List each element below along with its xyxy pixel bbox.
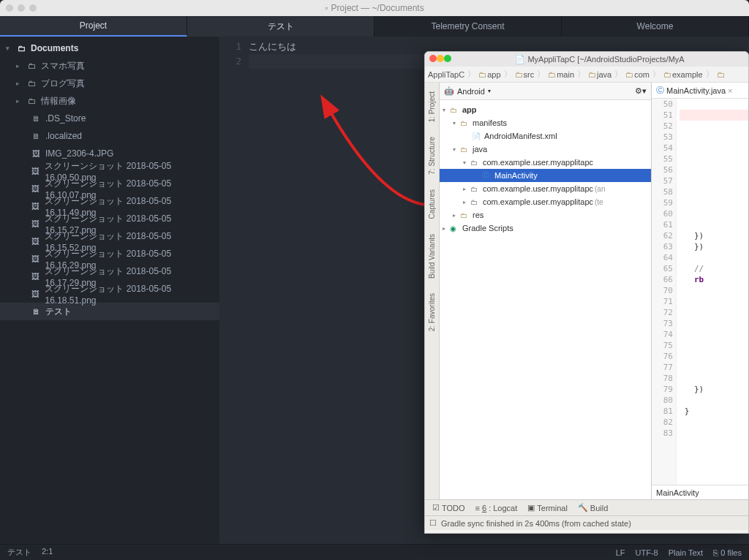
todo-icon: ☑ bbox=[432, 503, 440, 512]
file-icon: 🗎 bbox=[29, 307, 42, 316]
folder-icon: 🗀 bbox=[588, 70, 596, 79]
tab-test[interactable]: テスト bbox=[187, 16, 374, 37]
android-icon: 🤖 bbox=[444, 86, 454, 96]
tree-folder[interactable]: ▸🗀情報画像 bbox=[0, 92, 219, 110]
image-icon: 🖼 bbox=[29, 184, 42, 193]
gradle-icon: ◉ bbox=[450, 224, 460, 232]
tree-main-activity[interactable]: ⒸMainActivity bbox=[440, 169, 651, 182]
status-filename[interactable]: テスト bbox=[7, 547, 31, 558]
tree-package[interactable]: ▸🗀com.example.user.myapplitapc(an bbox=[440, 182, 651, 195]
dropdown-icon[interactable]: ▾ bbox=[488, 88, 491, 94]
class-icon: Ⓒ bbox=[656, 85, 664, 96]
tree-res[interactable]: ▸🗀res bbox=[440, 208, 651, 222]
folder-icon: 🗀 bbox=[460, 211, 470, 219]
view-mode[interactable]: Android bbox=[457, 87, 485, 96]
tab-telemetry[interactable]: Telemetry Consent bbox=[374, 16, 562, 37]
status-cursor[interactable]: 2:1 bbox=[42, 547, 53, 558]
tree-package[interactable]: ▾🗀com.example.user.myapplitapc bbox=[440, 156, 651, 169]
bottom-tool-tabs[interactable]: ☑TODO ≡6: Logcat ▣Terminal 🔨Build bbox=[425, 499, 748, 515]
folder-icon: 🗀 bbox=[478, 70, 486, 79]
tab-welcome[interactable]: Welcome bbox=[562, 16, 749, 37]
left-tool-tabs[interactable]: 1: Project 7: Structure Captures Build V… bbox=[425, 83, 440, 499]
chevron-right-icon: ▸ bbox=[16, 62, 23, 69]
project-tree[interactable]: ▾🗀app ▾🗀manifests 📄AndroidManifest.xml ▾… bbox=[440, 100, 651, 499]
status-icon: ☐ bbox=[429, 518, 437, 528]
status-grammar[interactable]: Plain Text bbox=[669, 548, 704, 557]
folder-icon: 🗀 bbox=[717, 70, 725, 79]
xml-icon: 📄 bbox=[472, 132, 482, 140]
as-gutter: 50 51 52 53 54 55 56 57 58 59 60 61 62 6… bbox=[652, 99, 677, 485]
folder-icon: 🗀 bbox=[25, 61, 38, 70]
as-code-lines[interactable]: }) }) // rb }) } bbox=[677, 99, 748, 485]
tree-header[interactable]: 🤖 Android ▾ ⚙▾ bbox=[440, 83, 651, 100]
folder-icon: 🗀 bbox=[663, 70, 671, 79]
project-sidebar[interactable]: ▾ 🗀 Documents ▸🗀スマホ写真 ▸🗀ブログ写真 ▸🗀情報画像 🗎.D… bbox=[0, 37, 219, 544]
as-window-title: MyAppliTapC [~/AndroidStudioProjects/MyA bbox=[527, 55, 684, 64]
tree-file[interactable]: 🖼スクリーンショット 2018-05-05 16.18.51.png bbox=[0, 285, 219, 303]
tree-root[interactable]: ▾ 🗀 Documents bbox=[0, 39, 219, 57]
image-icon: 🖼 bbox=[29, 290, 42, 298]
tab-terminal[interactable]: ▣Terminal bbox=[527, 503, 568, 512]
traffic-lights[interactable] bbox=[429, 55, 451, 64]
package-icon: 🗀 bbox=[470, 159, 481, 167]
tree-folder[interactable]: ▸🗀スマホ写真 bbox=[0, 57, 219, 75]
class-icon: Ⓒ bbox=[482, 170, 492, 181]
gear-icon[interactable]: ⚙▾ bbox=[635, 86, 647, 95]
tab-structure[interactable]: 7: Structure bbox=[427, 134, 437, 178]
tab-build-variants[interactable]: Build Variants bbox=[427, 231, 437, 281]
tab-project[interactable]: Project bbox=[0, 16, 187, 37]
status-message: Gradle sync finished in 2s 400ms (from c… bbox=[441, 519, 631, 528]
folder-icon: 🗀 bbox=[25, 97, 38, 105]
module-icon: 🗀 bbox=[450, 106, 460, 114]
traffic-lights[interactable] bbox=[6, 4, 37, 12]
tree-gradle[interactable]: ▸◉Gradle Scripts bbox=[440, 222, 651, 235]
status-encoding[interactable]: UTF-8 bbox=[636, 548, 658, 557]
tab-todo[interactable]: ☑TODO bbox=[432, 503, 465, 512]
breadcrumb[interactable]: AppliTapC〉 🗀app〉 🗀src〉 🗀main〉 🗀java〉 🗀co… bbox=[425, 67, 748, 83]
atom-pane-tabs: Project テスト Telemetry Consent Welcome bbox=[0, 16, 749, 37]
tree-file-selected[interactable]: 🗎テスト bbox=[0, 303, 219, 320]
as-status-bar: ☐ Gradle sync finished in 2s 400ms (from… bbox=[425, 515, 748, 530]
status-eol[interactable]: LF bbox=[616, 548, 625, 557]
editor-tabs[interactable]: ⒸMainActivity.java× bbox=[652, 83, 748, 99]
file-icon: 📄 bbox=[515, 55, 525, 64]
tab-favorites[interactable]: 2: Favorites bbox=[427, 290, 437, 334]
package-icon: 🗀 bbox=[470, 185, 481, 193]
folder-icon: 🗀 bbox=[625, 70, 633, 79]
status-bar: テスト 2:1 LF UTF-8 Plain Text ⎘ 0 files bbox=[0, 544, 749, 560]
tree-java[interactable]: ▾🗀java bbox=[440, 143, 651, 156]
package-icon: 🗀 bbox=[470, 198, 481, 206]
as-titlebar: 📄 MyAppliTapC [~/AndroidStudioProjects/M… bbox=[425, 52, 748, 67]
root-label: Documents bbox=[31, 43, 78, 53]
image-icon: 🖼 bbox=[29, 237, 42, 246]
file-icon: 🗎 bbox=[29, 132, 42, 140]
tab-build[interactable]: 🔨Build bbox=[578, 503, 608, 512]
image-icon: 🖼 bbox=[29, 167, 42, 175]
file-icon: 🗎 bbox=[29, 114, 42, 123]
image-icon: 🖼 bbox=[29, 202, 42, 211]
tree-file[interactable]: 🗎.localized bbox=[0, 127, 219, 145]
tab-project-tool[interactable]: 1: Project bbox=[427, 88, 437, 125]
tree-package[interactable]: ▸🗀com.example.user.myapplitapc(te bbox=[440, 195, 651, 208]
tree-app[interactable]: ▾🗀app bbox=[440, 103, 651, 116]
tree-manifests[interactable]: ▾🗀manifests bbox=[440, 116, 651, 129]
tree-file[interactable]: 🗎.DS_Store bbox=[0, 110, 219, 127]
tab-captures[interactable]: Captures bbox=[427, 186, 437, 222]
folder-icon: 🗀 bbox=[548, 70, 556, 79]
image-icon: 🖼 bbox=[29, 272, 42, 281]
close-icon[interactable]: × bbox=[728, 86, 732, 95]
android-studio-window[interactable]: 📄 MyAppliTapC [~/AndroidStudioProjects/M… bbox=[424, 51, 749, 534]
tab-logcat[interactable]: ≡6: Logcat bbox=[475, 504, 518, 512]
editor-tab-mainactivity[interactable]: ⒸMainActivity.java× bbox=[656, 85, 733, 96]
as-code-area[interactable]: 50 51 52 53 54 55 56 57 58 59 60 61 62 6… bbox=[652, 99, 748, 485]
tree-manifest-file[interactable]: 📄AndroidManifest.xml bbox=[440, 129, 651, 143]
status-git[interactable]: ⎘ 0 files bbox=[713, 548, 742, 557]
folder-icon: 🗀 bbox=[460, 145, 470, 154]
tree-folder[interactable]: ▸🗀ブログ写真 bbox=[0, 75, 219, 92]
image-icon: 🖼 bbox=[29, 254, 42, 263]
chevron-down-icon: ▾ bbox=[6, 45, 13, 52]
folder-icon: 🗀 bbox=[25, 79, 38, 88]
terminal-icon: ▣ bbox=[527, 503, 535, 512]
image-icon: 🖼 bbox=[29, 219, 42, 228]
editor-breadcrumb-footer[interactable]: MainActivity bbox=[652, 485, 748, 499]
